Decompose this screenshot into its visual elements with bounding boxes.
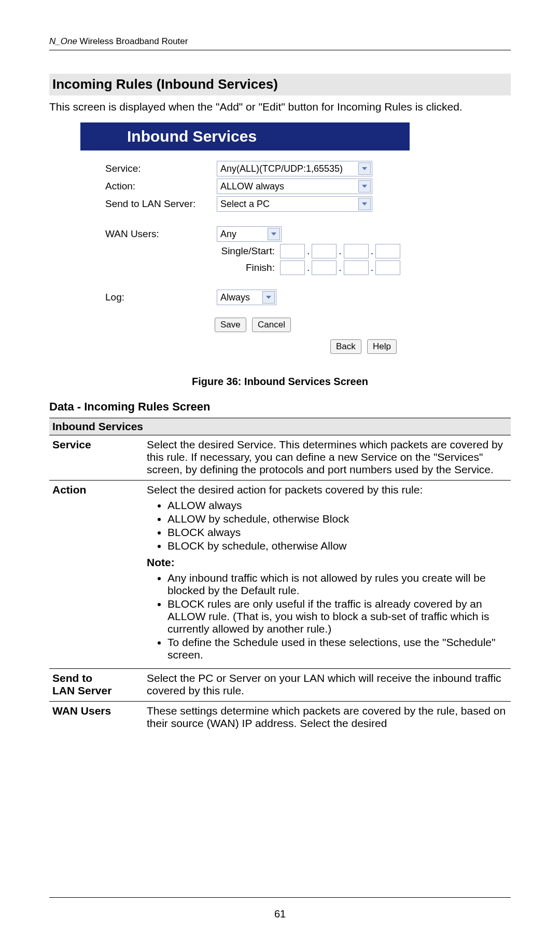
section-title: Incoming Rules (Inbound Services) — [49, 74, 511, 95]
send-to-select[interactable]: Select a PC — [217, 196, 372, 212]
back-button[interactable]: Back — [330, 339, 361, 354]
label-finish: Finish: — [105, 262, 280, 273]
screenshot-title: Inbound Services — [80, 122, 410, 150]
action-note: Any inbound traffic which is not allowed… — [167, 572, 508, 597]
page-footer: 61 — [49, 897, 511, 920]
row-action-intro: Select the desired action for packets co… — [147, 484, 423, 496]
label-log: Log: — [105, 292, 217, 303]
wan-users-select-value: Any — [220, 229, 236, 240]
header-product-rest: Wireless Broadband Router — [77, 36, 188, 46]
ip-start-octet-2[interactable] — [312, 244, 337, 258]
action-opt: ALLOW always — [167, 499, 508, 512]
chevron-down-icon — [358, 162, 371, 175]
intro-text: This screen is displayed when the "Add" … — [49, 101, 511, 113]
ip-finish-octet-4[interactable] — [375, 261, 400, 275]
action-note: BLOCK rules are only useful if the traff… — [167, 598, 508, 635]
ip-finish-octet-1[interactable] — [280, 261, 305, 275]
service-select-value: Any(ALL)(TCP/UDP:1,65535) — [220, 163, 343, 174]
action-opt: ALLOW by schedule, otherwise Block — [167, 513, 508, 525]
ip-start-octet-1[interactable] — [280, 244, 305, 258]
row-service-label: Service — [49, 435, 144, 481]
service-select[interactable]: Any(ALL)(TCP/UDP:1,65535) — [217, 161, 372, 176]
action-opt: BLOCK by schedule, otherwise Allow — [167, 540, 508, 552]
row-action-label: Action — [49, 481, 144, 669]
action-note: To define the Schedule used in these sel… — [167, 636, 508, 661]
row-wanusers-text: These settings determine which packets a… — [144, 702, 511, 734]
save-button[interactable]: Save — [215, 318, 246, 332]
row-wanusers-label: WAN Users — [49, 702, 144, 734]
help-button[interactable]: Help — [367, 339, 397, 354]
cancel-button[interactable]: Cancel — [252, 318, 291, 332]
table-row: Action Select the desired action for pac… — [49, 481, 511, 669]
action-select[interactable]: ALLOW always — [217, 179, 372, 194]
row-sendto-label: Send to LAN Server — [49, 669, 144, 702]
table-row: Send to LAN Server Select the PC or Serv… — [49, 669, 511, 702]
table-row: WAN Users These settings determine which… — [49, 702, 511, 734]
page-number: 61 — [49, 897, 511, 920]
label-send-to: Send to LAN Server: — [105, 198, 217, 210]
ip-finish-octet-2[interactable] — [312, 261, 337, 275]
label-wan-users: WAN Users: — [105, 228, 217, 240]
page-header: N_One Wireless Broadband Router — [49, 36, 511, 50]
action-select-value: ALLOW always — [220, 181, 284, 192]
ip-start-octet-3[interactable] — [344, 244, 369, 258]
send-to-select-value: Select a PC — [220, 199, 270, 210]
table-row: Service Select the desired Service. This… — [49, 435, 511, 481]
row-action-cell: Select the desired action for packets co… — [144, 481, 511, 669]
log-select-value: Always — [220, 292, 250, 303]
chevron-down-icon — [358, 180, 371, 193]
data-section-title: Data - Incoming Rules Screen — [49, 400, 511, 414]
inbound-services-screenshot: Inbound Services Service: Any(ALL)(TCP/U… — [80, 122, 410, 360]
row-sendto-text: Select the PC or Server on your LAN whic… — [144, 669, 511, 702]
label-action: Action: — [105, 181, 217, 192]
row-service-text: Select the desired Service. This determi… — [144, 435, 511, 481]
chevron-down-icon — [358, 198, 371, 210]
log-select[interactable]: Always — [217, 290, 276, 305]
chevron-down-icon — [262, 291, 275, 304]
note-label: Note: — [147, 556, 508, 569]
wan-users-select[interactable]: Any — [217, 226, 282, 242]
data-table: Inbound Services Service Select the desi… — [49, 418, 511, 734]
action-opt: BLOCK always — [167, 526, 508, 539]
label-single-start: Single/Start: — [105, 245, 280, 257]
ip-finish-octet-3[interactable] — [344, 261, 369, 275]
header-product-italic: N_One — [49, 36, 77, 46]
label-service: Service: — [105, 163, 217, 174]
table-header: Inbound Services — [49, 418, 511, 435]
figure-caption: Figure 36: Inbound Services Screen — [49, 376, 511, 388]
chevron-down-icon — [268, 228, 280, 240]
ip-start-octet-4[interactable] — [375, 244, 400, 258]
